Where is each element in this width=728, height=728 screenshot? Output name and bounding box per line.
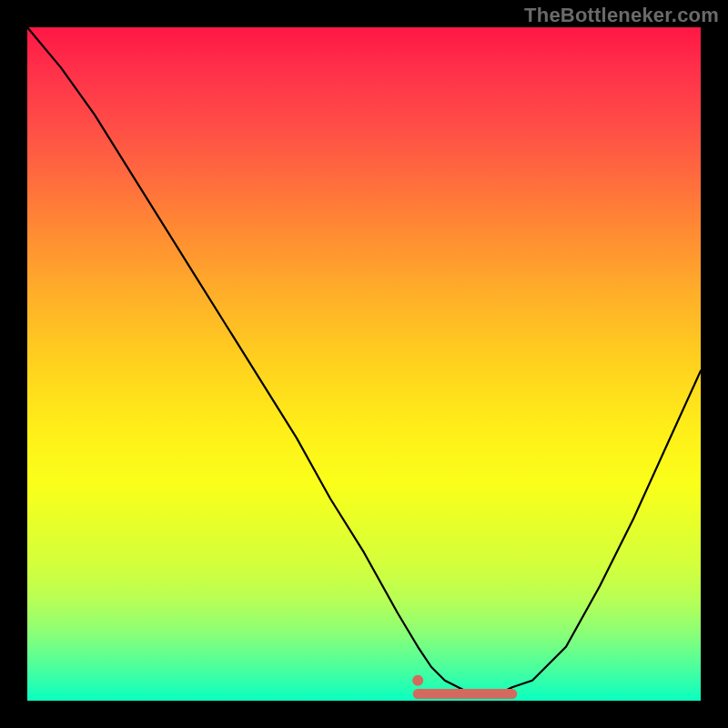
- chart-frame: TheBottleneker.com: [0, 0, 728, 728]
- chart-svg: [27, 27, 701, 701]
- plot-area: [27, 27, 701, 701]
- marker-dot: [412, 675, 423, 686]
- attribution-label: TheBottleneker.com: [524, 4, 719, 27]
- bottleneck-curve: [27, 27, 701, 694]
